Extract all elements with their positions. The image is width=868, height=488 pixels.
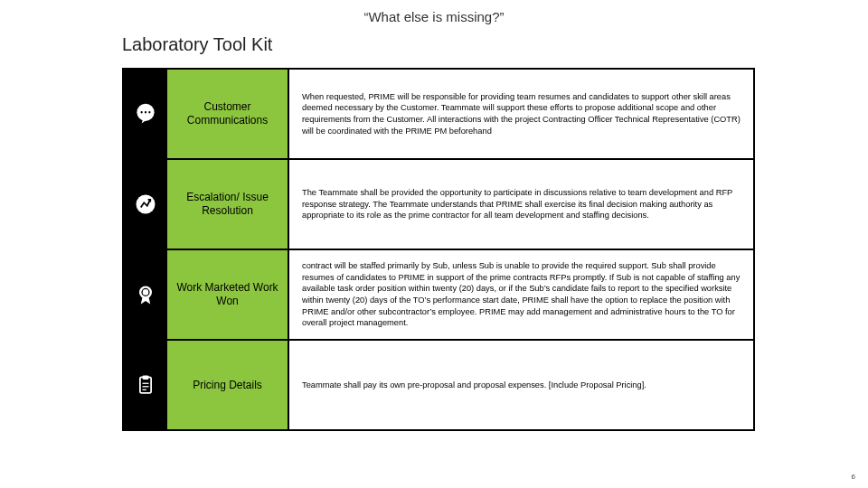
svg-point-3 xyxy=(148,111,150,113)
slide-number: 6 xyxy=(852,473,855,481)
award-icon xyxy=(124,250,167,339)
clipboard-icon xyxy=(124,341,167,429)
row-label: Work Marketed Work Won xyxy=(167,250,289,339)
table-row: Pricing Details Teammate shall pay its o… xyxy=(124,341,753,429)
table-row: Work Marketed Work Won contract will be … xyxy=(124,250,753,341)
row-description: The Teammate shall be provided the oppor… xyxy=(289,160,753,249)
speech-bubble-icon xyxy=(124,70,167,158)
escalation-icon xyxy=(124,160,167,249)
svg-point-5 xyxy=(139,286,152,298)
table-row: Escalation/ Issue Resolution The Teammat… xyxy=(124,160,753,250)
svg-rect-8 xyxy=(143,376,149,380)
table-row: Customer Communications When requested, … xyxy=(124,70,753,160)
svg-point-1 xyxy=(140,111,142,113)
toolkit-table: Customer Communications When requested, … xyxy=(122,68,755,431)
row-description: Teammate shall pay its own pre-proposal … xyxy=(289,341,753,429)
row-description: When requested, PRIME will be responsibl… xyxy=(289,70,753,158)
page-title: Laboratory Tool Kit xyxy=(122,34,272,55)
tagline: “What else is missing?” xyxy=(0,9,868,24)
row-description: contract will be staffed primarily by Su… xyxy=(289,250,753,339)
svg-point-2 xyxy=(145,111,146,113)
row-label: Customer Communications xyxy=(167,70,289,158)
row-label: Pricing Details xyxy=(167,341,289,429)
row-label: Escalation/ Issue Resolution xyxy=(167,160,289,249)
